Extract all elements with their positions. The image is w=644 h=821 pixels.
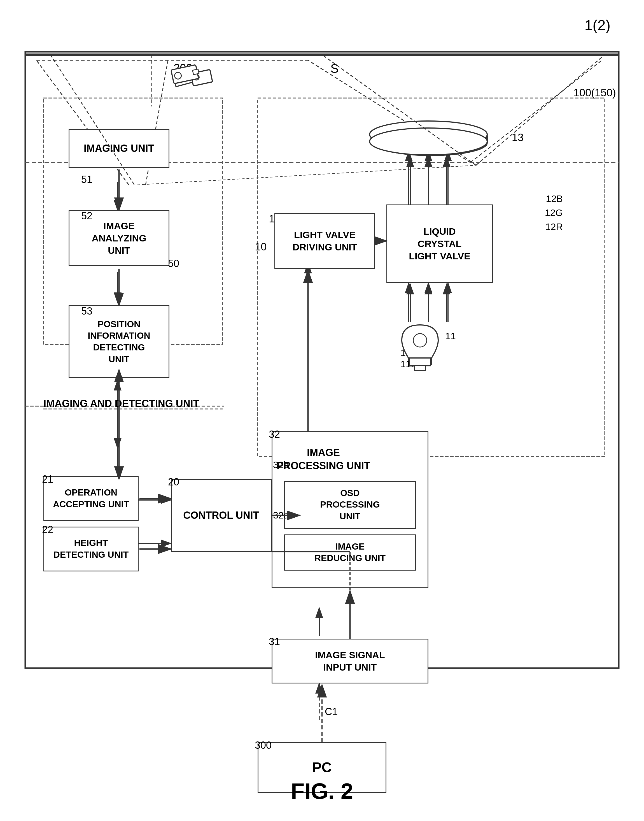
svg-point-13 — [375, 123, 487, 149]
label-13: 13 — [512, 132, 524, 144]
page-container: 1(2) — [0, 0, 644, 821]
image-processing-unit-block: IMAGEPROCESSING UNIT OSDPROCESSINGUNIT I… — [271, 431, 428, 588]
svg-line-75 — [137, 165, 476, 185]
light-valve-driving-block: LIGHT VALVEDRIVING UNIT — [274, 213, 375, 269]
svg-point-21 — [414, 333, 426, 345]
operation-accepting-block: OPERATIONACCEPTING UNIT — [43, 476, 139, 521]
imaging-unit-block: IMAGING UNIT — [69, 129, 169, 168]
label-21: 21 — [42, 473, 53, 485]
fig-caption: FIG. 2 — [291, 778, 353, 804]
label-12B: 12B — [546, 193, 563, 204]
label-32: 32 — [269, 428, 280, 440]
svg-point-16 — [375, 130, 487, 155]
liquid-crystal-light-valve-block: LIQUIDCRYSTALLIGHT VALVE — [386, 204, 493, 283]
label-C1: C1 — [325, 706, 338, 718]
label-31: 31 — [269, 636, 280, 648]
label-51: 51 — [81, 174, 92, 186]
svg-line-74 — [476, 55, 605, 165]
diagram-svg — [0, 0, 644, 821]
label-11: 11 — [445, 330, 456, 341]
svg-point-67 — [370, 128, 487, 155]
label-11a: 11a — [400, 359, 416, 370]
control-unit-block: CONTROL UNIT — [171, 479, 271, 552]
image-signal-input-block: IMAGE SIGNALINPUT UNIT — [271, 638, 428, 683]
label-20: 20 — [168, 476, 179, 488]
projector-icon-label — [190, 67, 216, 89]
label-12R: 12R — [546, 221, 563, 232]
label-300: 300 — [255, 740, 271, 751]
label-11b: 11b — [400, 347, 416, 358]
label-52: 52 — [81, 210, 92, 222]
label-53: 53 — [81, 305, 92, 317]
svg-point-66 — [370, 121, 487, 148]
label-32a: 32a — [273, 510, 289, 521]
label-50: 50 — [168, 258, 179, 270]
label-32b: 32b — [273, 459, 289, 470]
height-detecting-block: HEIGHTDETECTING UNIT — [43, 526, 139, 571]
svg-point-64 — [413, 334, 427, 347]
label-100-150: 100(150) — [573, 87, 616, 99]
image-reducing-block: IMAGEREDUCING UNIT — [284, 534, 416, 571]
label-12G: 12G — [545, 207, 563, 218]
osd-processing-block: OSDPROCESSINGUNIT — [284, 481, 416, 529]
overlay-svg — [0, 0, 644, 821]
label-S: S — [330, 61, 339, 76]
label-200: 200 — [173, 61, 192, 74]
label-22: 22 — [42, 524, 53, 536]
svg-line-8 — [471, 60, 602, 163]
ref-label-main: 1(2) — [585, 17, 610, 34]
label-10: 10 — [255, 241, 267, 253]
imaging-detecting-label: IMAGING AND DETECTING UNIT — [43, 398, 199, 410]
svg-line-73 — [322, 55, 476, 165]
